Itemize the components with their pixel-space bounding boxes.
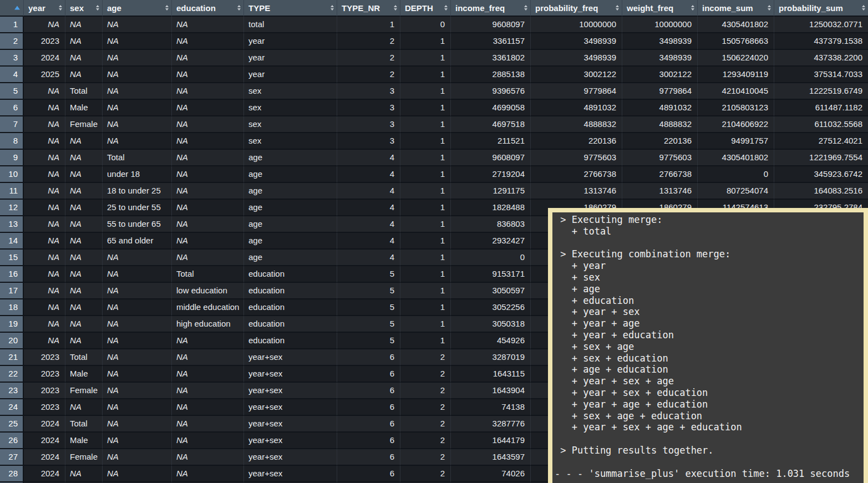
cell-probability_sum: 345923.6742 xyxy=(774,166,868,183)
cell-income_freq: 1644179 xyxy=(451,433,531,449)
cell-education: NA xyxy=(172,366,244,383)
cell-probability_freq: 9779864 xyxy=(531,83,622,100)
sort-icon[interactable] xyxy=(862,5,865,11)
cell-income_sum: 4305401802 xyxy=(698,17,774,33)
column-header-income_sum[interactable]: income_sum xyxy=(698,0,774,17)
cell-TYPE: age xyxy=(244,166,337,183)
row-number: 28 xyxy=(0,466,24,482)
sort-icon[interactable] xyxy=(444,5,448,11)
data-viewer: yearsexageeducationTYPETYPE_NRDEPTHincom… xyxy=(0,0,868,483)
column-header-probability_sum[interactable]: probability_sum xyxy=(774,0,868,17)
column-header-sex[interactable]: sex xyxy=(65,0,103,17)
cell-TYPE_NR: 3 xyxy=(337,133,400,150)
column-header-age[interactable]: age xyxy=(103,0,172,17)
cell-DEPTH: 1 xyxy=(400,283,451,299)
cell-DEPTH: 2 xyxy=(400,449,451,466)
cell-income_freq: 3287776 xyxy=(451,416,531,433)
cell-income_freq: 3050318 xyxy=(451,316,531,333)
cell-income_freq: 1643904 xyxy=(451,383,531,399)
cell-age: 65 and older xyxy=(103,233,172,250)
column-header-TYPE[interactable]: TYPE xyxy=(244,0,337,17)
cell-age: NA xyxy=(103,416,172,433)
cell-weight_freq: 3002122 xyxy=(622,67,698,83)
column-header-year[interactable]: year xyxy=(24,0,65,17)
cell-year: NA xyxy=(24,233,65,250)
sort-icon[interactable] xyxy=(59,5,62,11)
row-number: 24 xyxy=(0,399,24,416)
sort-icon[interactable] xyxy=(331,5,334,11)
sort-icon[interactable] xyxy=(237,5,241,11)
cell-income_freq: 9608097 xyxy=(451,150,531,166)
cell-TYPE_NR: 4 xyxy=(337,233,400,250)
cell-income_sum: 4210410045 xyxy=(698,83,774,100)
cell-age: NA xyxy=(103,383,172,399)
cell-age: NA xyxy=(103,399,172,416)
row-number: 23 xyxy=(0,383,24,399)
cell-TYPE_NR: 6 xyxy=(337,383,400,399)
cell-year: NA xyxy=(24,333,65,349)
sort-icon[interactable] xyxy=(394,5,397,11)
cell-age: NA xyxy=(103,50,172,67)
cell-education: NA xyxy=(172,399,244,416)
cell-DEPTH: 0 xyxy=(400,17,451,33)
cell-year: 2023 xyxy=(24,366,65,383)
cell-DEPTH: 1 xyxy=(400,100,451,116)
cell-year: NA xyxy=(24,250,65,266)
cell-probability_freq: 220136 xyxy=(531,133,622,150)
sort-icon[interactable] xyxy=(165,5,169,11)
cell-age: Total xyxy=(103,150,172,166)
sort-ascending-icon xyxy=(14,6,20,10)
sort-icon[interactable] xyxy=(768,5,771,11)
column-header-education[interactable]: education xyxy=(172,0,244,17)
cell-weight_freq: 4888832 xyxy=(622,116,698,133)
cell-TYPE: education xyxy=(244,333,337,349)
cell-sex: NA xyxy=(65,133,103,150)
cell-TYPE_NR: 4 xyxy=(337,250,400,266)
cell-TYPE_NR: 5 xyxy=(337,266,400,283)
cell-TYPE_NR: 2 xyxy=(337,33,400,50)
cell-year: NA xyxy=(24,150,65,166)
row-number: 16 xyxy=(0,266,24,283)
cell-age: NA xyxy=(103,299,172,316)
row-number: 27 xyxy=(0,449,24,466)
cell-year: NA xyxy=(24,83,65,100)
cell-income_freq: 1291175 xyxy=(451,183,531,200)
cell-TYPE_NR: 1 xyxy=(337,17,400,33)
row-number: 26 xyxy=(0,433,24,449)
sort-icon[interactable] xyxy=(96,5,99,11)
cell-income_freq: 2885138 xyxy=(451,67,531,83)
cell-probability_freq: 4891032 xyxy=(531,100,622,116)
sort-icon[interactable] xyxy=(524,5,527,11)
cell-TYPE_NR: 3 xyxy=(337,83,400,100)
cell-age: NA xyxy=(103,250,172,266)
cell-weight_freq: 2766738 xyxy=(622,166,698,183)
cell-weight_freq: 3498939 xyxy=(622,50,698,67)
cell-TYPE_NR: 4 xyxy=(337,216,400,233)
cell-education: NA xyxy=(172,416,244,433)
column-label: DEPTH xyxy=(400,3,433,13)
cell-sex: NA xyxy=(65,466,103,482)
cell-TYPE: sex xyxy=(244,100,337,116)
cell-income_freq: 1643597 xyxy=(451,449,531,466)
column-header-TYPE_NR[interactable]: TYPE_NR xyxy=(337,0,400,17)
row-number-column-header[interactable] xyxy=(0,0,24,17)
cell-probability_sum: 437338.2200 xyxy=(774,50,868,67)
column-header-probability_freq[interactable]: probability_freq xyxy=(531,0,622,17)
column-header-DEPTH[interactable]: DEPTH xyxy=(400,0,451,17)
cell-income_sum: 0 xyxy=(698,166,774,183)
cell-age: NA xyxy=(103,266,172,283)
cell-age: NA xyxy=(103,83,172,100)
column-header-income_freq[interactable]: income_freq xyxy=(451,0,531,17)
cell-probability_freq: 3498939 xyxy=(531,50,622,67)
sort-icon[interactable] xyxy=(616,5,619,11)
cell-probability_sum: 437379.1538 xyxy=(774,33,868,50)
column-header-weight_freq[interactable]: weight_freq xyxy=(622,0,698,17)
cell-age: NA xyxy=(103,116,172,133)
cell-probability_sum: 1250032.0771 xyxy=(774,17,868,33)
cell-TYPE: year xyxy=(244,33,337,50)
cell-DEPTH: 2 xyxy=(400,349,451,366)
table-row: 11NANA18 to under 25NAage411291175131374… xyxy=(0,183,868,200)
row-number: 18 xyxy=(0,299,24,316)
sort-icon[interactable] xyxy=(691,5,694,11)
cell-education: NA xyxy=(172,50,244,67)
